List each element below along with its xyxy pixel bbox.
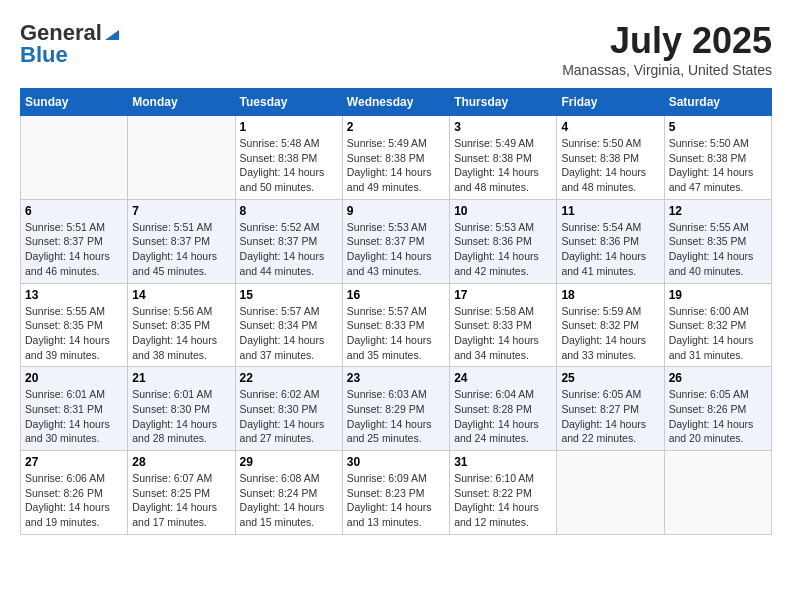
day-number: 2 [347,120,445,134]
calendar-cell: 5Sunrise: 5:50 AMSunset: 8:38 PMDaylight… [664,116,771,200]
day-number: 23 [347,371,445,385]
day-number: 15 [240,288,338,302]
day-info: Sunrise: 5:50 AMSunset: 8:38 PMDaylight:… [561,136,659,195]
calendar-cell [664,451,771,535]
day-number: 24 [454,371,552,385]
day-number: 10 [454,204,552,218]
day-info: Sunrise: 5:56 AMSunset: 8:35 PMDaylight:… [132,304,230,363]
logo-icon [103,24,121,42]
calendar-cell: 21Sunrise: 6:01 AMSunset: 8:30 PMDayligh… [128,367,235,451]
logo: General Blue [20,20,121,68]
calendar-cell: 20Sunrise: 6:01 AMSunset: 8:31 PMDayligh… [21,367,128,451]
day-info: Sunrise: 6:07 AMSunset: 8:25 PMDaylight:… [132,471,230,530]
calendar-cell: 15Sunrise: 5:57 AMSunset: 8:34 PMDayligh… [235,283,342,367]
day-number: 12 [669,204,767,218]
calendar-header-row: SundayMondayTuesdayWednesdayThursdayFrid… [21,89,772,116]
day-info: Sunrise: 5:48 AMSunset: 8:38 PMDaylight:… [240,136,338,195]
day-header-saturday: Saturday [664,89,771,116]
calendar-cell: 22Sunrise: 6:02 AMSunset: 8:30 PMDayligh… [235,367,342,451]
day-info: Sunrise: 6:01 AMSunset: 8:31 PMDaylight:… [25,387,123,446]
calendar-cell: 29Sunrise: 6:08 AMSunset: 8:24 PMDayligh… [235,451,342,535]
calendar-cell: 24Sunrise: 6:04 AMSunset: 8:28 PMDayligh… [450,367,557,451]
calendar-week-row: 20Sunrise: 6:01 AMSunset: 8:31 PMDayligh… [21,367,772,451]
day-info: Sunrise: 5:49 AMSunset: 8:38 PMDaylight:… [454,136,552,195]
day-number: 27 [25,455,123,469]
month-title: July 2025 [562,20,772,62]
calendar-cell: 2Sunrise: 5:49 AMSunset: 8:38 PMDaylight… [342,116,449,200]
day-header-sunday: Sunday [21,89,128,116]
day-number: 25 [561,371,659,385]
day-info: Sunrise: 6:06 AMSunset: 8:26 PMDaylight:… [25,471,123,530]
day-info: Sunrise: 6:05 AMSunset: 8:26 PMDaylight:… [669,387,767,446]
calendar-cell: 26Sunrise: 6:05 AMSunset: 8:26 PMDayligh… [664,367,771,451]
svg-marker-0 [105,30,119,40]
day-number: 28 [132,455,230,469]
day-number: 20 [25,371,123,385]
calendar-cell: 31Sunrise: 6:10 AMSunset: 8:22 PMDayligh… [450,451,557,535]
day-number: 22 [240,371,338,385]
calendar-cell: 17Sunrise: 5:58 AMSunset: 8:33 PMDayligh… [450,283,557,367]
day-info: Sunrise: 5:54 AMSunset: 8:36 PMDaylight:… [561,220,659,279]
day-info: Sunrise: 5:59 AMSunset: 8:32 PMDaylight:… [561,304,659,363]
day-info: Sunrise: 6:00 AMSunset: 8:32 PMDaylight:… [669,304,767,363]
title-section: July 2025 Manassas, Virginia, United Sta… [562,20,772,78]
day-info: Sunrise: 6:05 AMSunset: 8:27 PMDaylight:… [561,387,659,446]
day-header-monday: Monday [128,89,235,116]
day-number: 8 [240,204,338,218]
day-number: 1 [240,120,338,134]
calendar-table: SundayMondayTuesdayWednesdayThursdayFrid… [20,88,772,535]
calendar-cell [128,116,235,200]
day-number: 21 [132,371,230,385]
day-header-tuesday: Tuesday [235,89,342,116]
calendar-cell: 7Sunrise: 5:51 AMSunset: 8:37 PMDaylight… [128,199,235,283]
calendar-cell: 27Sunrise: 6:06 AMSunset: 8:26 PMDayligh… [21,451,128,535]
day-info: Sunrise: 6:10 AMSunset: 8:22 PMDaylight:… [454,471,552,530]
day-info: Sunrise: 5:55 AMSunset: 8:35 PMDaylight:… [25,304,123,363]
day-info: Sunrise: 5:50 AMSunset: 8:38 PMDaylight:… [669,136,767,195]
day-number: 26 [669,371,767,385]
calendar-cell: 28Sunrise: 6:07 AMSunset: 8:25 PMDayligh… [128,451,235,535]
day-number: 3 [454,120,552,134]
calendar-cell [557,451,664,535]
calendar-week-row: 6Sunrise: 5:51 AMSunset: 8:37 PMDaylight… [21,199,772,283]
day-number: 13 [25,288,123,302]
calendar-cell: 8Sunrise: 5:52 AMSunset: 8:37 PMDaylight… [235,199,342,283]
calendar-cell: 1Sunrise: 5:48 AMSunset: 8:38 PMDaylight… [235,116,342,200]
calendar-cell: 11Sunrise: 5:54 AMSunset: 8:36 PMDayligh… [557,199,664,283]
day-header-thursday: Thursday [450,89,557,116]
day-info: Sunrise: 6:09 AMSunset: 8:23 PMDaylight:… [347,471,445,530]
location: Manassas, Virginia, United States [562,62,772,78]
day-number: 4 [561,120,659,134]
day-info: Sunrise: 6:02 AMSunset: 8:30 PMDaylight:… [240,387,338,446]
calendar-week-row: 27Sunrise: 6:06 AMSunset: 8:26 PMDayligh… [21,451,772,535]
calendar-cell: 4Sunrise: 5:50 AMSunset: 8:38 PMDaylight… [557,116,664,200]
day-number: 9 [347,204,445,218]
day-number: 6 [25,204,123,218]
day-info: Sunrise: 6:03 AMSunset: 8:29 PMDaylight:… [347,387,445,446]
calendar-week-row: 1Sunrise: 5:48 AMSunset: 8:38 PMDaylight… [21,116,772,200]
day-number: 14 [132,288,230,302]
day-info: Sunrise: 5:51 AMSunset: 8:37 PMDaylight:… [132,220,230,279]
day-number: 7 [132,204,230,218]
day-info: Sunrise: 5:53 AMSunset: 8:36 PMDaylight:… [454,220,552,279]
day-info: Sunrise: 6:08 AMSunset: 8:24 PMDaylight:… [240,471,338,530]
day-info: Sunrise: 5:57 AMSunset: 8:34 PMDaylight:… [240,304,338,363]
calendar-cell: 25Sunrise: 6:05 AMSunset: 8:27 PMDayligh… [557,367,664,451]
day-info: Sunrise: 6:04 AMSunset: 8:28 PMDaylight:… [454,387,552,446]
calendar-cell: 14Sunrise: 5:56 AMSunset: 8:35 PMDayligh… [128,283,235,367]
day-number: 18 [561,288,659,302]
day-header-wednesday: Wednesday [342,89,449,116]
day-header-friday: Friday [557,89,664,116]
calendar-week-row: 13Sunrise: 5:55 AMSunset: 8:35 PMDayligh… [21,283,772,367]
calendar-cell: 13Sunrise: 5:55 AMSunset: 8:35 PMDayligh… [21,283,128,367]
day-number: 30 [347,455,445,469]
day-info: Sunrise: 5:49 AMSunset: 8:38 PMDaylight:… [347,136,445,195]
day-info: Sunrise: 5:58 AMSunset: 8:33 PMDaylight:… [454,304,552,363]
calendar-cell [21,116,128,200]
calendar-cell: 9Sunrise: 5:53 AMSunset: 8:37 PMDaylight… [342,199,449,283]
day-number: 11 [561,204,659,218]
day-number: 5 [669,120,767,134]
calendar-cell: 30Sunrise: 6:09 AMSunset: 8:23 PMDayligh… [342,451,449,535]
day-info: Sunrise: 5:51 AMSunset: 8:37 PMDaylight:… [25,220,123,279]
day-number: 16 [347,288,445,302]
